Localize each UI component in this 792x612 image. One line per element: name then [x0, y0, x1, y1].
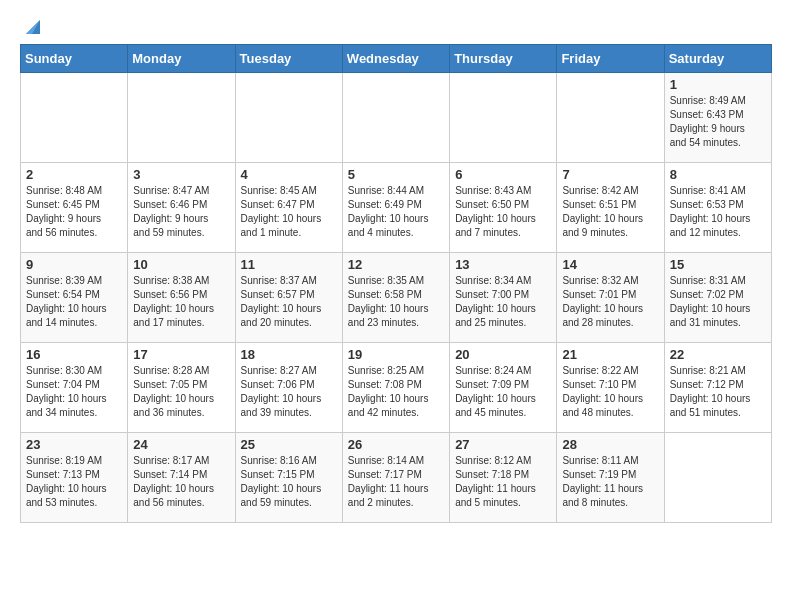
- calendar-cell: [342, 73, 449, 163]
- day-number: 25: [241, 437, 337, 452]
- day-number: 18: [241, 347, 337, 362]
- day-header-friday: Friday: [557, 45, 664, 73]
- day-info: Sunrise: 8:44 AM Sunset: 6:49 PM Dayligh…: [348, 184, 444, 240]
- calendar-cell: 24Sunrise: 8:17 AM Sunset: 7:14 PM Dayli…: [128, 433, 235, 523]
- calendar-cell: 23Sunrise: 8:19 AM Sunset: 7:13 PM Dayli…: [21, 433, 128, 523]
- calendar-cell: 17Sunrise: 8:28 AM Sunset: 7:05 PM Dayli…: [128, 343, 235, 433]
- day-number: 11: [241, 257, 337, 272]
- day-header-monday: Monday: [128, 45, 235, 73]
- day-number: 9: [26, 257, 122, 272]
- day-header-tuesday: Tuesday: [235, 45, 342, 73]
- day-number: 10: [133, 257, 229, 272]
- logo-icon: [22, 16, 44, 38]
- calendar-cell: 5Sunrise: 8:44 AM Sunset: 6:49 PM Daylig…: [342, 163, 449, 253]
- calendar-cell: 28Sunrise: 8:11 AM Sunset: 7:19 PM Dayli…: [557, 433, 664, 523]
- day-info: Sunrise: 8:43 AM Sunset: 6:50 PM Dayligh…: [455, 184, 551, 240]
- week-row-3: 9Sunrise: 8:39 AM Sunset: 6:54 PM Daylig…: [21, 253, 772, 343]
- day-header-wednesday: Wednesday: [342, 45, 449, 73]
- days-header-row: SundayMondayTuesdayWednesdayThursdayFrid…: [21, 45, 772, 73]
- day-number: 5: [348, 167, 444, 182]
- day-info: Sunrise: 8:22 AM Sunset: 7:10 PM Dayligh…: [562, 364, 658, 420]
- calendar-cell: 18Sunrise: 8:27 AM Sunset: 7:06 PM Dayli…: [235, 343, 342, 433]
- week-row-2: 2Sunrise: 8:48 AM Sunset: 6:45 PM Daylig…: [21, 163, 772, 253]
- calendar-cell: 3Sunrise: 8:47 AM Sunset: 6:46 PM Daylig…: [128, 163, 235, 253]
- day-number: 19: [348, 347, 444, 362]
- calendar-cell: 6Sunrise: 8:43 AM Sunset: 6:50 PM Daylig…: [450, 163, 557, 253]
- calendar-cell: 14Sunrise: 8:32 AM Sunset: 7:01 PM Dayli…: [557, 253, 664, 343]
- day-info: Sunrise: 8:25 AM Sunset: 7:08 PM Dayligh…: [348, 364, 444, 420]
- day-info: Sunrise: 8:16 AM Sunset: 7:15 PM Dayligh…: [241, 454, 337, 510]
- calendar-cell: 27Sunrise: 8:12 AM Sunset: 7:18 PM Dayli…: [450, 433, 557, 523]
- day-info: Sunrise: 8:45 AM Sunset: 6:47 PM Dayligh…: [241, 184, 337, 240]
- day-info: Sunrise: 8:12 AM Sunset: 7:18 PM Dayligh…: [455, 454, 551, 510]
- day-header-saturday: Saturday: [664, 45, 771, 73]
- day-info: Sunrise: 8:37 AM Sunset: 6:57 PM Dayligh…: [241, 274, 337, 330]
- day-number: 17: [133, 347, 229, 362]
- day-info: Sunrise: 8:14 AM Sunset: 7:17 PM Dayligh…: [348, 454, 444, 510]
- day-number: 24: [133, 437, 229, 452]
- calendar-cell: [235, 73, 342, 163]
- day-number: 22: [670, 347, 766, 362]
- day-number: 1: [670, 77, 766, 92]
- calendar-cell: 22Sunrise: 8:21 AM Sunset: 7:12 PM Dayli…: [664, 343, 771, 433]
- day-info: Sunrise: 8:11 AM Sunset: 7:19 PM Dayligh…: [562, 454, 658, 510]
- calendar-cell: 25Sunrise: 8:16 AM Sunset: 7:15 PM Dayli…: [235, 433, 342, 523]
- day-info: Sunrise: 8:21 AM Sunset: 7:12 PM Dayligh…: [670, 364, 766, 420]
- page: SundayMondayTuesdayWednesdayThursdayFrid…: [0, 0, 792, 539]
- day-info: Sunrise: 8:28 AM Sunset: 7:05 PM Dayligh…: [133, 364, 229, 420]
- day-info: Sunrise: 8:48 AM Sunset: 6:45 PM Dayligh…: [26, 184, 122, 240]
- logo: [20, 16, 44, 32]
- day-info: Sunrise: 8:34 AM Sunset: 7:00 PM Dayligh…: [455, 274, 551, 330]
- day-number: 7: [562, 167, 658, 182]
- day-info: Sunrise: 8:31 AM Sunset: 7:02 PM Dayligh…: [670, 274, 766, 330]
- day-info: Sunrise: 8:49 AM Sunset: 6:43 PM Dayligh…: [670, 94, 766, 150]
- calendar-cell: 2Sunrise: 8:48 AM Sunset: 6:45 PM Daylig…: [21, 163, 128, 253]
- calendar-cell: 9Sunrise: 8:39 AM Sunset: 6:54 PM Daylig…: [21, 253, 128, 343]
- calendar-cell: 26Sunrise: 8:14 AM Sunset: 7:17 PM Dayli…: [342, 433, 449, 523]
- calendar-cell: [450, 73, 557, 163]
- day-number: 8: [670, 167, 766, 182]
- week-row-4: 16Sunrise: 8:30 AM Sunset: 7:04 PM Dayli…: [21, 343, 772, 433]
- day-number: 13: [455, 257, 551, 272]
- day-number: 26: [348, 437, 444, 452]
- day-number: 15: [670, 257, 766, 272]
- week-row-1: 1Sunrise: 8:49 AM Sunset: 6:43 PM Daylig…: [21, 73, 772, 163]
- calendar-cell: 11Sunrise: 8:37 AM Sunset: 6:57 PM Dayli…: [235, 253, 342, 343]
- day-number: 20: [455, 347, 551, 362]
- day-number: 2: [26, 167, 122, 182]
- day-info: Sunrise: 8:41 AM Sunset: 6:53 PM Dayligh…: [670, 184, 766, 240]
- week-row-5: 23Sunrise: 8:19 AM Sunset: 7:13 PM Dayli…: [21, 433, 772, 523]
- day-info: Sunrise: 8:17 AM Sunset: 7:14 PM Dayligh…: [133, 454, 229, 510]
- calendar-cell: 15Sunrise: 8:31 AM Sunset: 7:02 PM Dayli…: [664, 253, 771, 343]
- calendar-cell: 16Sunrise: 8:30 AM Sunset: 7:04 PM Dayli…: [21, 343, 128, 433]
- calendar-cell: 10Sunrise: 8:38 AM Sunset: 6:56 PM Dayli…: [128, 253, 235, 343]
- day-info: Sunrise: 8:39 AM Sunset: 6:54 PM Dayligh…: [26, 274, 122, 330]
- calendar-cell: [21, 73, 128, 163]
- day-number: 27: [455, 437, 551, 452]
- calendar-cell: 20Sunrise: 8:24 AM Sunset: 7:09 PM Dayli…: [450, 343, 557, 433]
- day-info: Sunrise: 8:35 AM Sunset: 6:58 PM Dayligh…: [348, 274, 444, 330]
- day-number: 12: [348, 257, 444, 272]
- calendar-cell: 8Sunrise: 8:41 AM Sunset: 6:53 PM Daylig…: [664, 163, 771, 253]
- calendar-cell: 13Sunrise: 8:34 AM Sunset: 7:00 PM Dayli…: [450, 253, 557, 343]
- day-info: Sunrise: 8:42 AM Sunset: 6:51 PM Dayligh…: [562, 184, 658, 240]
- calendar-table: SundayMondayTuesdayWednesdayThursdayFrid…: [20, 44, 772, 523]
- day-header-thursday: Thursday: [450, 45, 557, 73]
- day-info: Sunrise: 8:30 AM Sunset: 7:04 PM Dayligh…: [26, 364, 122, 420]
- calendar-cell: [664, 433, 771, 523]
- day-info: Sunrise: 8:32 AM Sunset: 7:01 PM Dayligh…: [562, 274, 658, 330]
- calendar-cell: [557, 73, 664, 163]
- calendar-cell: 12Sunrise: 8:35 AM Sunset: 6:58 PM Dayli…: [342, 253, 449, 343]
- day-info: Sunrise: 8:27 AM Sunset: 7:06 PM Dayligh…: [241, 364, 337, 420]
- calendar-cell: 1Sunrise: 8:49 AM Sunset: 6:43 PM Daylig…: [664, 73, 771, 163]
- calendar-cell: 7Sunrise: 8:42 AM Sunset: 6:51 PM Daylig…: [557, 163, 664, 253]
- day-number: 28: [562, 437, 658, 452]
- day-number: 6: [455, 167, 551, 182]
- day-header-sunday: Sunday: [21, 45, 128, 73]
- calendar-cell: 21Sunrise: 8:22 AM Sunset: 7:10 PM Dayli…: [557, 343, 664, 433]
- day-number: 3: [133, 167, 229, 182]
- day-number: 4: [241, 167, 337, 182]
- day-info: Sunrise: 8:19 AM Sunset: 7:13 PM Dayligh…: [26, 454, 122, 510]
- calendar-cell: 4Sunrise: 8:45 AM Sunset: 6:47 PM Daylig…: [235, 163, 342, 253]
- calendar-cell: [128, 73, 235, 163]
